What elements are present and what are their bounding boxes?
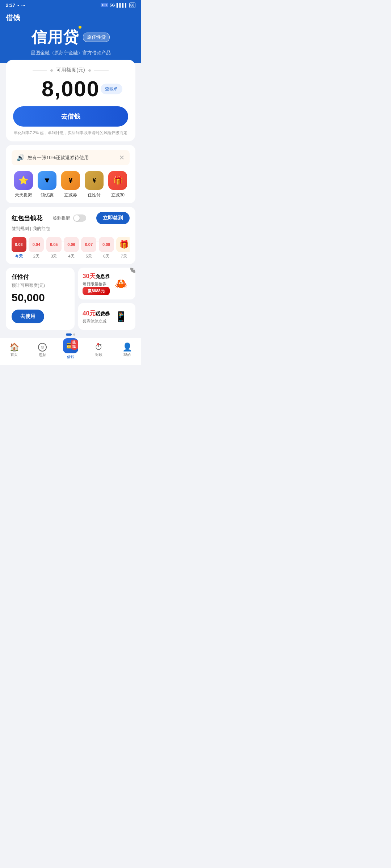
- nav-mine-label: 我的: [123, 352, 131, 357]
- off30-icon: 🎁: [108, 171, 127, 190]
- header-section: 借钱 信用贷 原任性贷 星图金融（原苏宁金融）官方借款产品: [0, 10, 141, 63]
- promo-free30[interactable]: ✕ 30天免息券 每日限量抢券 赢8888元 🦀: [78, 268, 135, 299]
- redpack-section: 红包当钱花 签到提醒 立即签到 签到规则 我的红包 0.03 今天 ··· 0.…: [6, 207, 135, 264]
- day-item-3[interactable]: 0.05 3天: [47, 237, 61, 259]
- account-button[interactable]: 查账单: [101, 84, 122, 94]
- icon-item-coupon[interactable]: ▼ 领优惠: [38, 171, 56, 198]
- day-item-7[interactable]: 🎁 7天: [117, 237, 130, 259]
- signin-reminder-toggle[interactable]: [73, 214, 86, 222]
- advisor-dot: [97, 343, 99, 345]
- anypay-card: 任性付 预计可用额度(元) 50,000 去使用: [6, 268, 75, 330]
- day-badge-6: 0.08: [99, 237, 114, 252]
- promo-free30-image: 🦀: [111, 275, 131, 293]
- redpack-title: 红包当钱花: [12, 214, 42, 222]
- banner-text: 您有一张10%还款返券待使用: [28, 154, 119, 161]
- day-label-1: 今天: [15, 254, 23, 259]
- promo-phone40-title: 40元话费券: [83, 309, 110, 318]
- promo-cards: ✕ 30天免息券 每日限量抢券 赢8888元 🦀 40元话费券 领券笔笔立减 📱: [78, 268, 135, 330]
- day-badge-1: 0.03: [12, 237, 26, 252]
- day-label-3: 3天: [51, 254, 57, 259]
- promo-free30-sub: 每日限量抢券: [83, 281, 110, 287]
- brand-dot-accent: [79, 26, 81, 29]
- day-badge-3: 0.05: [46, 237, 62, 252]
- day-item-2[interactable]: 0.04 2天: [29, 237, 43, 259]
- feature-icons-grid: ⭐ 天天提鹅 ▼ 领优惠 ¥ 立减券 ¥ 任性付 🎁 立减30: [12, 171, 130, 198]
- borrow-badge: 提现: [71, 340, 78, 350]
- day-label-4: 4天: [68, 254, 74, 259]
- nav-borrow[interactable]: 💳 提现 借钱: [60, 341, 81, 359]
- anypay-title: 任性付: [12, 273, 69, 281]
- indicator-dot-1: [66, 333, 72, 336]
- brand-section: 信用贷 原任性贷 星图金融（原苏宁金融）官方借款产品: [6, 27, 135, 63]
- promo-phone40-sub: 领券笔笔立减: [83, 319, 110, 324]
- signin-rules-link[interactable]: 签到规则: [12, 226, 33, 231]
- day-item-5[interactable]: 0.07 5天: [81, 237, 96, 259]
- promo-free30-badge: 赢8888元: [83, 287, 110, 295]
- toggle-label: 签到提醒: [53, 215, 70, 221]
- brand-tag: 原任性贷: [83, 33, 110, 42]
- anypay-sublabel: 预计可用额度(元): [12, 282, 69, 289]
- redpack-controls: 签到提醒: [53, 214, 86, 222]
- indicator-dot-2: [73, 333, 75, 336]
- days-row: 0.03 今天 ··· 0.04 2天 ··· 0.05 3天 ··· 0.06…: [12, 237, 130, 259]
- my-redpack-link[interactable]: 我的红包: [33, 226, 50, 231]
- brand-subtitle: 星图金融（原苏宁金融）官方借款产品: [6, 50, 135, 56]
- status-time: 2:37: [6, 3, 15, 8]
- icons-section: 🔊 您有一张10%还款返券待使用 ✕ ⭐ 天天提鹅 ▼ 领优惠 ¥ 立减券 ¥ …: [6, 145, 135, 203]
- day-label-2: 2天: [33, 254, 39, 259]
- credit-note: 年化利率7.2% 起，单利计息，实际利率以申请时的风险评级而定: [13, 130, 128, 136]
- pay-label: 任性付: [88, 192, 101, 198]
- day-label-7: 7天: [121, 254, 127, 259]
- promo-phone40-image: 📱: [111, 307, 131, 326]
- invest-icon: ◎: [38, 343, 47, 352]
- day-item-1[interactable]: 0.03 今天: [12, 237, 26, 259]
- icon-item-off30[interactable]: 🎁 立减30: [108, 171, 127, 198]
- promo-banner: 🔊 您有一张10%还款返券待使用 ✕: [12, 150, 130, 165]
- battery: 68: [129, 3, 135, 8]
- brand-name: 信用贷: [31, 29, 79, 46]
- discount-label: 立减券: [64, 192, 77, 198]
- bottom-nav: 🏠 首页 ◎ 理财 💳 提现 借钱 ⏱ 财顾 👤 我的: [0, 338, 141, 365]
- signal-bars: ▌▌▌▌: [117, 3, 128, 7]
- status-bar: 2:37 ▪ ··· HD 5G ▌▌▌▌ 68: [0, 0, 141, 10]
- speaker-icon: 🔊: [17, 154, 25, 162]
- nav-home[interactable]: 🏠 首页: [3, 343, 25, 357]
- credit-card-section: ◆ 可用额度(元) ◆ 8,000 查账单 去借钱 年化利率7.2% 起，单利计…: [6, 60, 135, 141]
- day-label-5: 5天: [86, 254, 92, 259]
- home-icon: 🏠: [9, 343, 19, 351]
- page-title: 借钱: [6, 13, 135, 23]
- day-item-6[interactable]: 0.08 6天: [99, 237, 114, 259]
- day-badge-4: 0.06: [64, 237, 79, 252]
- banner-close-icon[interactable]: ✕: [119, 154, 125, 162]
- daily-icon: ⭐: [14, 171, 33, 190]
- icon-item-discount[interactable]: ¥ 立减券: [61, 171, 80, 198]
- day-badge-7: 🎁: [116, 237, 130, 252]
- daily-label: 天天提鹅: [15, 192, 32, 198]
- icon-item-pay[interactable]: ¥ 任性付: [85, 171, 104, 198]
- pay-icon: ¥: [85, 171, 104, 190]
- signin-button[interactable]: 立即签到: [96, 212, 130, 224]
- anypay-amount: 50,000: [12, 292, 69, 304]
- day-item-4[interactable]: 0.06 4天: [64, 237, 79, 259]
- promo-phone40[interactable]: 40元话费券 领券笔笔立减 📱: [78, 303, 135, 330]
- borrow-button[interactable]: 去借钱: [13, 106, 128, 127]
- day-label-6: 6天: [103, 254, 109, 259]
- nav-invest-label: 理财: [39, 353, 46, 358]
- nav-borrow-label: 借钱: [67, 354, 74, 359]
- nav-invest[interactable]: ◎ 理财: [31, 343, 53, 358]
- nav-home-label: 首页: [10, 352, 18, 357]
- status-icon: ▪: [17, 3, 19, 8]
- nav-mine[interactable]: 👤 我的: [116, 343, 138, 357]
- coupon-icon: ▼: [38, 171, 56, 190]
- off30-label: 立减30: [111, 192, 125, 198]
- mine-icon: 👤: [122, 343, 132, 351]
- day-badge-5: 0.07: [81, 237, 96, 252]
- bottom-cards: 任性付 预计可用额度(元) 50,000 去使用 ✕ 30天免息券 每日限量抢券…: [6, 268, 135, 330]
- redpack-links: 签到规则 我的红包: [12, 226, 130, 232]
- day-badge-2: 0.04: [29, 237, 44, 252]
- use-button[interactable]: 去使用: [12, 310, 44, 323]
- status-dots: ···: [21, 3, 25, 8]
- icon-item-daily[interactable]: ⭐ 天天提鹅: [14, 171, 33, 198]
- nav-advisor[interactable]: ⏱ 财顾: [88, 343, 110, 357]
- promo-close-icon[interactable]: ✕: [130, 268, 135, 273]
